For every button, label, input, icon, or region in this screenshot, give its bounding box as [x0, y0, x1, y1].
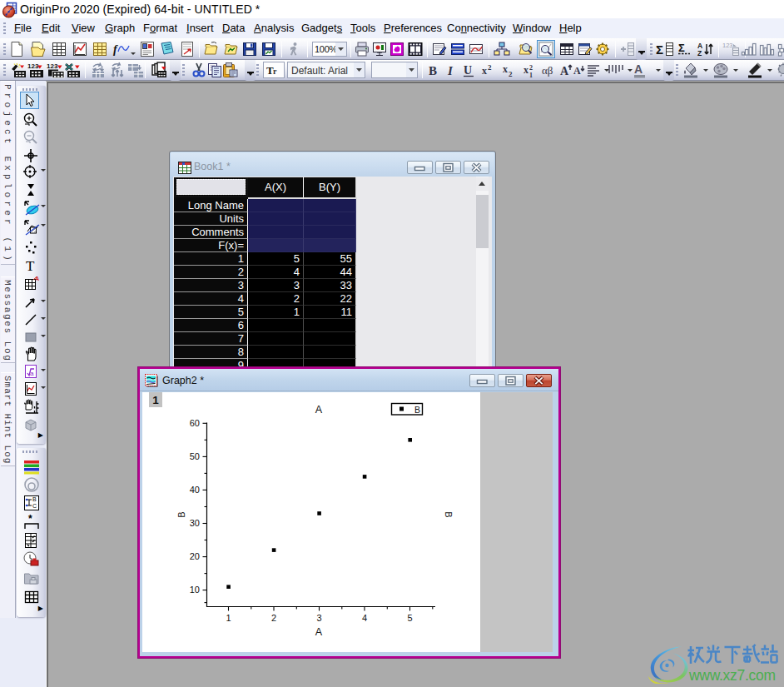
svg-text:x: x — [503, 63, 508, 75]
svg-text:123: 123 — [722, 42, 733, 49]
svg-text:Σ: Σ — [678, 42, 685, 54]
svg-text:A: A — [315, 404, 323, 416]
svg-text:*: * — [28, 514, 32, 525]
svg-text:50: 50 — [190, 451, 200, 461]
svg-text:2: 2 — [509, 70, 513, 78]
svg-text:60: 60 — [190, 418, 200, 428]
svg-text:2: 2 — [529, 64, 533, 72]
svg-text:5: 5 — [407, 613, 412, 623]
svg-text:Σ: Σ — [656, 42, 663, 57]
svg-text:20: 20 — [190, 551, 200, 561]
svg-text:B: B — [414, 405, 420, 415]
svg-text:A: A — [315, 626, 323, 638]
svg-text:Default: Arial: Default: Arial — [291, 65, 348, 77]
svg-text:A: A — [35, 276, 39, 281]
svg-text:100%: 100% — [315, 44, 337, 54]
svg-text:1: 1 — [152, 394, 159, 406]
svg-text:123: 123 — [47, 62, 58, 70]
svg-text:I: I — [447, 64, 454, 77]
svg-text:A: A — [573, 65, 581, 77]
svg-text:f: f — [113, 43, 118, 56]
svg-text:4: 4 — [362, 613, 367, 623]
svg-text:123: 123 — [27, 62, 39, 70]
svg-text:C: C — [32, 503, 37, 509]
svg-text:a: a — [30, 370, 34, 377]
svg-text:10: 10 — [190, 585, 200, 595]
svg-text:Z: Z — [697, 49, 702, 57]
svg-text:www.xz7.com: www.xz7.com — [688, 667, 776, 684]
svg-text:2: 2 — [271, 613, 276, 623]
svg-text:3: 3 — [316, 613, 321, 623]
svg-text:A: A — [560, 65, 569, 77]
svg-text:1: 1 — [226, 613, 231, 623]
svg-text:B: B — [444, 511, 454, 517]
svg-text:B: B — [32, 496, 37, 502]
svg-text:B: B — [176, 511, 186, 517]
svg-text:40: 40 — [190, 485, 200, 495]
svg-text:T: T — [26, 258, 35, 273]
svg-text:U: U — [464, 64, 472, 77]
svg-text:r: r — [273, 67, 277, 76]
svg-text:30: 30 — [190, 518, 200, 528]
svg-text:2: 2 — [488, 63, 492, 72]
svg-text:A: A — [634, 62, 643, 76]
svg-text:αβ: αβ — [542, 64, 553, 77]
svg-text:1: 1 — [529, 72, 533, 78]
svg-text:x: x — [482, 65, 487, 77]
svg-text:B: B — [429, 64, 437, 77]
svg-text:x: x — [523, 64, 528, 76]
